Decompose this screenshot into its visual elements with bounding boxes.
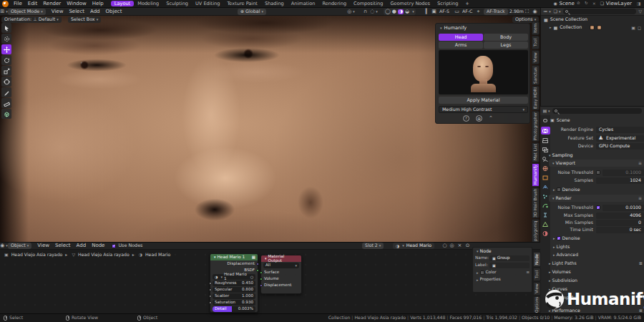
workspace-tab-sculpting[interactable]: Sculpting (162, 1, 192, 7)
pin-icon[interactable]: ⊙ (464, 243, 472, 249)
cursor-tool-icon[interactable] (1, 34, 11, 44)
tab-constraints-icon[interactable] (542, 212, 549, 218)
shading-solid-icon[interactable]: ● (392, 9, 396, 14)
tracking-icon[interactable]: ⌖ (474, 9, 482, 15)
af-s-button[interactable]: ▣AF-S (430, 9, 449, 15)
mode-dropdown[interactable]: Object Mode▾ (8, 9, 46, 15)
viewlayer-selector[interactable]: ViewLayer (606, 1, 632, 6)
head-preview[interactable] (439, 50, 528, 94)
render-denoise-header[interactable]: ▸✓ Denoise (546, 235, 644, 242)
menu-file[interactable]: File (11, 1, 25, 6)
sampling-section-header[interactable]: ▾Sampling (546, 152, 644, 159)
properties-editor-type-icon[interactable]: ▤▾ (542, 108, 550, 114)
tab-physics-icon[interactable] (542, 203, 549, 209)
node-properties-header[interactable]: ▸Properties (473, 276, 532, 283)
socket-displacement-out[interactable] (256, 263, 259, 265)
render-engine-dropdown[interactable]: Cycles (596, 127, 644, 133)
transform-tool-icon[interactable] (1, 77, 11, 87)
web-icon[interactable]: ⊕ (476, 115, 482, 122)
selectability-icon[interactable]: ▣ (631, 26, 635, 30)
sidebar-tab-easy-hdri[interactable]: Easy HDRI (532, 86, 540, 110)
render-denoise-checkbox[interactable]: ✓ (557, 236, 561, 240)
shading-material-icon[interactable]: ◑ (398, 9, 404, 14)
body-part-legs-button[interactable]: Legs (484, 42, 528, 49)
sidebar-tab-mat-list[interactable]: Mat List (532, 142, 540, 162)
apply-material-button[interactable]: Apply Material (439, 97, 528, 104)
socket-surface-in[interactable] (260, 271, 263, 274)
socket-volume-in[interactable] (260, 278, 263, 280)
output-target-dropdown[interactable]: All▾ (263, 263, 299, 268)
param-detail[interactable]: Detail 0.003% (213, 306, 255, 312)
sidebar-tab-photographer[interactable]: Photographer (532, 111, 540, 142)
menu-render[interactable]: Render (40, 1, 64, 6)
max-samples-field[interactable]: 4096 (596, 213, 644, 219)
shader-menu-add[interactable]: Add (74, 243, 89, 248)
workspace-tab-uv-editing[interactable]: UV Editing (192, 1, 223, 7)
socket-roughness-in[interactable] (209, 282, 212, 285)
material-slot-dropdown[interactable]: Slot 2▾ (362, 243, 384, 249)
param-scatter[interactable]: Scatter1.000 (213, 293, 255, 299)
sidebar-tab-polygoniq[interactable]: polygoniq (532, 219, 540, 243)
node-name-field[interactable]: ▣ Group (489, 255, 530, 261)
delete-scene-icon[interactable]: × (590, 1, 598, 7)
workspace-tab-geometry-nodes[interactable]: Geometry Nodes (386, 1, 434, 7)
af-c-button[interactable]: ▭AF-C (453, 9, 472, 15)
new-material-icon[interactable]: ◎ (448, 243, 456, 249)
snap-magnet-icon[interactable]: ∩ (361, 9, 369, 15)
socket-displacement-in[interactable] (260, 284, 263, 287)
collapse-icon[interactable]: ▾ (477, 250, 479, 253)
sidebar-tab-item[interactable]: Item (532, 21, 540, 35)
help-icon[interactable]: ? (463, 115, 469, 122)
viewport-denoise-checkbox[interactable] (557, 187, 561, 192)
shading-wireframe-icon[interactable]: ◯ (385, 9, 391, 14)
sidebar-tab-3d-hair-brush[interactable]: 3D Hair Brush (532, 187, 540, 218)
sidebar-tab-tool[interactable]: Tool (532, 36, 540, 49)
tab-object-icon[interactable] (542, 175, 549, 181)
shader-sidebar-tab-options[interactable]: Options (533, 296, 541, 313)
node-color-header[interactable]: ▸ Color ≡ (473, 269, 532, 276)
move-tool-icon[interactable] (1, 44, 11, 54)
viewport-subsection-header[interactable]: ▾Viewport≡ (549, 160, 644, 167)
shader-sidebar-tab-view[interactable]: View (533, 282, 541, 296)
shading-rendered-icon[interactable]: ◒ (405, 9, 409, 14)
workspace-tab-compositing[interactable]: Compositing (350, 1, 386, 7)
body-part-head-button[interactable]: Head (439, 34, 483, 41)
shader-mode-dropdown[interactable]: Object▾ (8, 243, 31, 249)
device-dropdown[interactable]: GPU Compute (596, 143, 644, 150)
outliner-row-scene-collection[interactable]: ▦ Scene Collection (541, 16, 644, 24)
active-tool-dropdown[interactable]: Select Box▾ (68, 16, 101, 23)
af-track-button[interactable]: AF-Track (484, 9, 508, 15)
menu-help[interactable]: Help (89, 1, 107, 6)
collapse-icon[interactable]: ▾ (440, 26, 442, 30)
advanced-section-header[interactable]: ▸Advanced (546, 251, 644, 258)
pause-icon[interactable]: ║ (422, 9, 430, 15)
snap-target-icon[interactable]: ◎▾ (347, 9, 355, 15)
shader-menu-select[interactable]: Select (52, 243, 74, 248)
menu-edit[interactable]: Edit (25, 1, 41, 6)
socket-saturation-in[interactable] (209, 301, 212, 304)
outliner-search[interactable] (563, 9, 636, 14)
workspace-tab-scripting[interactable]: Scripting (434, 1, 462, 7)
proportional-editing-icon[interactable]: ◌▾ (370, 9, 378, 15)
workspace-tab-modeling[interactable]: Modeling (134, 1, 162, 7)
time-limit-field[interactable]: 0 sec (596, 227, 644, 233)
shader-editor-type-icon[interactable]: ◉▾ (0, 243, 8, 249)
workspace-tab-layout[interactable]: Layout (111, 1, 134, 7)
sidebar-tab-view[interactable]: View (532, 50, 540, 64)
render-noise-threshold-checkbox[interactable]: ✓ (596, 205, 600, 210)
feature-set-dropdown[interactable]: ▲ ! Experimental (596, 135, 644, 142)
new-scene-icon[interactable]: ↻ (582, 1, 590, 7)
viewport-menu-view[interactable]: View (49, 9, 67, 14)
transform-orientation-dropdown[interactable]: ⊕Global▾ (238, 9, 266, 15)
use-nodes-checkbox[interactable]: ✓ (112, 244, 116, 248)
sidebar-tab-humanify[interactable]: Humanify (532, 163, 540, 187)
scale-tool-icon[interactable] (1, 66, 11, 76)
viewport-denoise-header[interactable]: ▸ Denoise (546, 186, 644, 193)
viewport-noise-threshold-field[interactable]: 0.1000 (602, 170, 644, 176)
tab-particles-icon[interactable] (542, 193, 549, 200)
material-datablock[interactable]: ◑ ▾ Head Mario (393, 243, 434, 249)
material-output-node[interactable]: ▾ Material Output All▾ Surface Volume Di… (260, 255, 302, 294)
viewport-menu-object[interactable]: Object (103, 9, 125, 14)
socket-scatter-in[interactable] (209, 295, 212, 298)
node-label-field[interactable]: ▣ (489, 263, 530, 268)
